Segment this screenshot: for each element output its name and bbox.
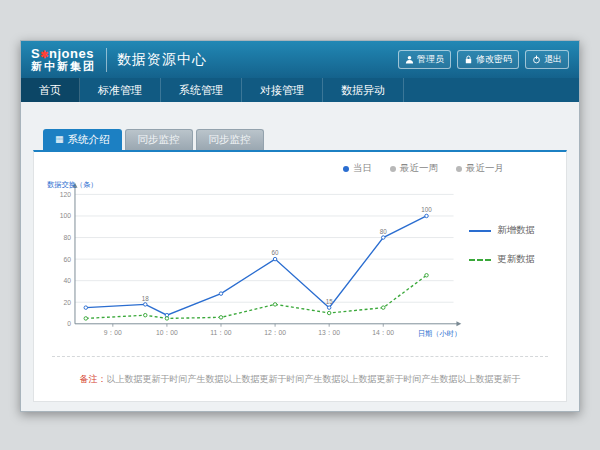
nav-item-data-change[interactable]: 数据异动 — [323, 78, 404, 102]
page-title: 数据资源中心 — [117, 51, 207, 69]
change-password-label: 修改密码 — [476, 53, 512, 66]
svg-text:0: 0 — [67, 320, 71, 327]
content-area: ▦ 系统介绍 同步监控 同步监控 当日 — [21, 102, 579, 411]
new-data-line-icon — [469, 230, 491, 232]
svg-text:20: 20 — [64, 299, 72, 306]
chart-row: 0204060801001209：0010：0011：0012：0013：001… — [34, 152, 566, 348]
power-icon — [532, 55, 541, 64]
legend-new-data[interactable]: 新增数据 — [469, 224, 560, 237]
svg-text:18: 18 — [142, 295, 149, 302]
nav-item-system-mgmt[interactable]: 系统管理 — [161, 78, 242, 102]
company-name: 新中新集团 — [31, 61, 96, 73]
legend-today[interactable]: 当日 — [343, 162, 372, 175]
tab-bar: ▦ 系统介绍 同步监控 同步监控 — [43, 129, 567, 150]
svg-text:14：00: 14：00 — [372, 329, 394, 336]
last-week-dot-icon — [390, 166, 396, 172]
remark-label: 备注： — [80, 374, 107, 384]
svg-text:12：00: 12：00 — [264, 329, 286, 336]
user-icon — [405, 55, 414, 64]
svg-text:100: 100 — [421, 206, 432, 213]
svg-text:10：00: 10：00 — [156, 329, 178, 336]
nav-item-connection-mgmt[interactable]: 对接管理 — [242, 78, 323, 102]
brand-name: S✱njones — [31, 47, 96, 61]
chart-panel: 当日 最近一周 最近一月 0204060801001209：0010：0011：… — [33, 150, 567, 402]
header-actions: 管理员 修改密码 退出 — [398, 50, 569, 69]
tab-sync-monitor-1[interactable]: 同步监控 — [125, 129, 193, 150]
remark-text: 备注：以上数据更新于时间产生数据以上数据更新于时间产生数据以上数据更新于时间产生… — [34, 373, 566, 386]
panel-divider — [52, 356, 548, 357]
series-legend: 新增数据 更新数据 — [463, 176, 560, 348]
svg-text:60: 60 — [64, 256, 72, 263]
nav-item-standard-mgmt[interactable]: 标准管理 — [80, 78, 161, 102]
tab-sync-monitor-2-label: 同步监控 — [209, 133, 251, 147]
svg-text:9：00: 9：00 — [104, 329, 122, 336]
brand-logo: S✱njones 新中新集团 — [31, 47, 96, 72]
today-dot-icon — [343, 166, 349, 172]
desktop-background: S✱njones 新中新集团 数据资源中心 管理员 修改密码 — [0, 0, 600, 450]
svg-text:80: 80 — [380, 228, 387, 235]
svg-text:数据交换（条）: 数据交换（条） — [47, 180, 98, 189]
legend-last-week[interactable]: 最近一周 — [390, 162, 438, 175]
svg-text:日期（小时）: 日期（小时） — [418, 329, 461, 338]
line-chart: 0204060801001209：0010：0011：0012：0013：001… — [46, 176, 463, 348]
header-divider — [106, 48, 107, 72]
logout-button-label: 退出 — [544, 53, 562, 66]
svg-text:120: 120 — [60, 191, 72, 198]
admin-button-label: 管理员 — [417, 53, 444, 66]
logout-button[interactable]: 退出 — [525, 50, 569, 69]
admin-button[interactable]: 管理员 — [398, 50, 451, 69]
svg-text:100: 100 — [60, 212, 72, 219]
tab-system-intro[interactable]: ▦ 系统介绍 — [43, 129, 122, 150]
app-window: S✱njones 新中新集团 数据资源中心 管理员 修改密码 — [20, 40, 580, 412]
svg-text:13：00: 13：00 — [318, 329, 340, 336]
time-range-legend: 当日 最近一周 最近一月 — [343, 162, 504, 175]
app-header: S✱njones 新中新集团 数据资源中心 管理员 修改密码 — [21, 41, 579, 78]
lock-icon — [464, 55, 473, 64]
logo-star-icon: ✱ — [40, 49, 49, 60]
svg-text:15: 15 — [326, 298, 333, 305]
svg-text:40: 40 — [64, 277, 72, 284]
tab-system-intro-label: 系统介绍 — [68, 133, 110, 147]
legend-updated-data[interactable]: 更新数据 — [469, 253, 560, 266]
change-password-button[interactable]: 修改密码 — [457, 50, 519, 69]
svg-text:11：00: 11：00 — [210, 329, 232, 336]
last-month-dot-icon — [456, 166, 462, 172]
tab-sync-monitor-2[interactable]: 同步监控 — [196, 129, 264, 150]
svg-text:60: 60 — [272, 249, 279, 256]
main-nav: 首页 标准管理 系统管理 对接管理 数据异动 — [21, 78, 579, 102]
updated-data-line-icon — [469, 259, 491, 261]
legend-last-month[interactable]: 最近一月 — [456, 162, 504, 175]
nav-item-home[interactable]: 首页 — [21, 78, 80, 102]
tab-sync-monitor-1-label: 同步监控 — [138, 133, 180, 147]
grid-icon: ▦ — [55, 135, 64, 144]
svg-text:80: 80 — [64, 234, 72, 241]
